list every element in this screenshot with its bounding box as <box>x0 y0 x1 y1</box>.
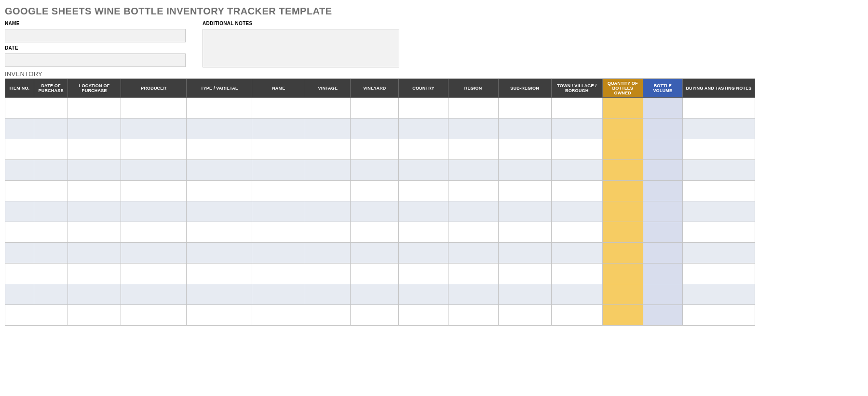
cell-notes[interactable] <box>682 264 755 284</box>
cell-vol[interactable] <box>643 305 682 326</box>
cell-item[interactable] <box>5 160 34 181</box>
cell-item[interactable] <box>5 222 34 243</box>
cell-vol[interactable] <box>643 119 682 139</box>
cell-notes[interactable] <box>682 305 755 326</box>
cell-ctry[interactable] <box>399 139 448 160</box>
cell-dop[interactable] <box>34 222 68 243</box>
cell-ctry[interactable] <box>399 264 448 284</box>
cell-reg[interactable] <box>448 284 498 305</box>
cell-sreg[interactable] <box>498 305 551 326</box>
cell-town[interactable] <box>551 264 602 284</box>
cell-ctry[interactable] <box>399 181 448 201</box>
cell-notes[interactable] <box>682 222 755 243</box>
cell-viny[interactable] <box>351 119 399 139</box>
cell-sreg[interactable] <box>498 243 551 264</box>
cell-qty[interactable] <box>602 98 643 119</box>
cell-item[interactable] <box>5 139 34 160</box>
cell-item[interactable] <box>5 98 34 119</box>
cell-loc[interactable] <box>68 201 121 222</box>
cell-name[interactable] <box>252 160 305 181</box>
cell-sreg[interactable] <box>498 119 551 139</box>
cell-vint[interactable] <box>305 139 351 160</box>
cell-type[interactable] <box>187 181 252 201</box>
cell-prod[interactable] <box>121 284 187 305</box>
cell-reg[interactable] <box>448 181 498 201</box>
cell-prod[interactable] <box>121 181 187 201</box>
cell-vint[interactable] <box>305 119 351 139</box>
cell-prod[interactable] <box>121 201 187 222</box>
cell-sreg[interactable] <box>498 160 551 181</box>
cell-reg[interactable] <box>448 201 498 222</box>
cell-dop[interactable] <box>34 201 68 222</box>
cell-notes[interactable] <box>682 201 755 222</box>
cell-vol[interactable] <box>643 201 682 222</box>
cell-qty[interactable] <box>602 119 643 139</box>
cell-vint[interactable] <box>305 243 351 264</box>
cell-town[interactable] <box>551 119 602 139</box>
cell-loc[interactable] <box>68 305 121 326</box>
cell-vint[interactable] <box>305 305 351 326</box>
cell-dop[interactable] <box>34 160 68 181</box>
cell-loc[interactable] <box>68 243 121 264</box>
cell-sreg[interactable] <box>498 181 551 201</box>
cell-type[interactable] <box>187 284 252 305</box>
cell-sreg[interactable] <box>498 201 551 222</box>
cell-loc[interactable] <box>68 181 121 201</box>
cell-reg[interactable] <box>448 119 498 139</box>
cell-type[interactable] <box>187 160 252 181</box>
cell-reg[interactable] <box>448 264 498 284</box>
cell-town[interactable] <box>551 160 602 181</box>
cell-ctry[interactable] <box>399 222 448 243</box>
cell-town[interactable] <box>551 201 602 222</box>
cell-dop[interactable] <box>34 243 68 264</box>
cell-notes[interactable] <box>682 181 755 201</box>
cell-vol[interactable] <box>643 181 682 201</box>
cell-viny[interactable] <box>351 181 399 201</box>
cell-town[interactable] <box>551 222 602 243</box>
cell-prod[interactable] <box>121 160 187 181</box>
name-input[interactable] <box>5 29 186 42</box>
cell-vol[interactable] <box>643 264 682 284</box>
notes-input[interactable] <box>203 29 399 67</box>
cell-sreg[interactable] <box>498 222 551 243</box>
cell-vint[interactable] <box>305 284 351 305</box>
cell-item[interactable] <box>5 181 34 201</box>
cell-reg[interactable] <box>448 243 498 264</box>
cell-loc[interactable] <box>68 98 121 119</box>
cell-name[interactable] <box>252 181 305 201</box>
cell-town[interactable] <box>551 284 602 305</box>
cell-prod[interactable] <box>121 98 187 119</box>
cell-viny[interactable] <box>351 139 399 160</box>
cell-dop[interactable] <box>34 284 68 305</box>
cell-dop[interactable] <box>34 264 68 284</box>
cell-town[interactable] <box>551 98 602 119</box>
cell-notes[interactable] <box>682 119 755 139</box>
cell-prod[interactable] <box>121 139 187 160</box>
cell-vint[interactable] <box>305 222 351 243</box>
cell-item[interactable] <box>5 284 34 305</box>
cell-town[interactable] <box>551 305 602 326</box>
cell-reg[interactable] <box>448 222 498 243</box>
cell-type[interactable] <box>187 305 252 326</box>
cell-vint[interactable] <box>305 98 351 119</box>
cell-loc[interactable] <box>68 119 121 139</box>
cell-qty[interactable] <box>602 305 643 326</box>
cell-qty[interactable] <box>602 201 643 222</box>
cell-loc[interactable] <box>68 222 121 243</box>
cell-qty[interactable] <box>602 243 643 264</box>
cell-name[interactable] <box>252 264 305 284</box>
cell-loc[interactable] <box>68 284 121 305</box>
cell-dop[interactable] <box>34 305 68 326</box>
cell-type[interactable] <box>187 222 252 243</box>
cell-qty[interactable] <box>602 264 643 284</box>
cell-viny[interactable] <box>351 284 399 305</box>
cell-ctry[interactable] <box>399 98 448 119</box>
cell-qty[interactable] <box>602 139 643 160</box>
cell-viny[interactable] <box>351 160 399 181</box>
cell-name[interactable] <box>252 305 305 326</box>
cell-type[interactable] <box>187 119 252 139</box>
cell-item[interactable] <box>5 264 34 284</box>
cell-vol[interactable] <box>643 139 682 160</box>
cell-vol[interactable] <box>643 243 682 264</box>
cell-viny[interactable] <box>351 222 399 243</box>
